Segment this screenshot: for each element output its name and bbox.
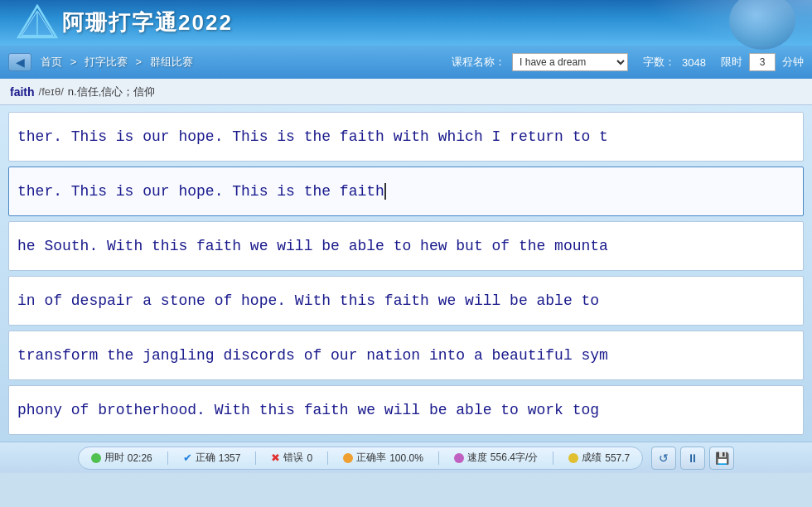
control-buttons: ↺ ⏸ 💾 xyxy=(651,447,734,470)
back-icon: ◀ xyxy=(16,56,25,69)
divider3 xyxy=(327,451,328,465)
text-row-2[interactable]: ther. This is our hope. This is the fait… xyxy=(8,167,804,216)
time-label: 用时 xyxy=(104,451,124,465)
divider1 xyxy=(167,451,168,465)
error-label: 错误 xyxy=(283,451,303,465)
text-row-3: he South. With this faith we will be abl… xyxy=(8,221,804,271)
breadcrumb-home[interactable]: 首页 xyxy=(41,56,62,68)
accuracy-label: 正确率 xyxy=(356,451,386,465)
time-dot xyxy=(91,453,101,463)
breadcrumb-typing-contest[interactable]: 打字比赛 xyxy=(85,56,128,68)
app-header: 阿珊打字通2022 xyxy=(0,0,812,46)
word-phonetic: /feɪθ/ xyxy=(39,85,64,98)
status-bar: 用时 02:26 ✔ 正确 1357 ✖ 错误 0 正确率 100.0% 速度 … xyxy=(0,442,812,473)
word-count-label: 字数： xyxy=(643,55,675,70)
text-row-1: ther. This is our hope. This is the fait… xyxy=(8,112,804,162)
word-meaning: 信任,信心；信仰 xyxy=(77,84,156,99)
app-logo xyxy=(12,4,62,41)
correct-label: 正确 xyxy=(196,451,215,465)
text-row-6: phony of brotherhood. With this faith we… xyxy=(8,385,804,435)
text-row-5: transform the jangling discords of our n… xyxy=(8,331,804,380)
time-unit-label: 分钟 xyxy=(782,55,804,70)
word-pos: n. xyxy=(68,85,77,98)
row2-typed: ther. This is our hope. This is the fait… xyxy=(17,181,384,203)
row4-text: in of despair a stone of hope. With this… xyxy=(17,290,599,312)
speed-label: 速度 xyxy=(467,451,487,465)
status-accuracy: 正确率 100.0% xyxy=(343,451,423,465)
nav-right: 课程名称： I have a dream 字数： 3048 限时 分钟 xyxy=(452,53,804,71)
word-english: faith xyxy=(10,85,35,99)
header-decoration xyxy=(646,0,812,46)
accuracy-dot xyxy=(343,453,353,463)
divider5 xyxy=(553,451,553,465)
breadcrumb-sep1: > xyxy=(70,56,77,68)
divider2 xyxy=(255,451,256,465)
breadcrumb-group-contest[interactable]: 群组比赛 xyxy=(150,56,193,68)
time-value: 02:26 xyxy=(128,452,152,464)
save-button[interactable]: 💾 xyxy=(709,447,734,470)
course-select[interactable]: I have a dream xyxy=(512,53,628,71)
speed-value: 556.4字/分 xyxy=(491,451,538,465)
divider4 xyxy=(438,451,439,465)
accuracy-value: 100.0% xyxy=(389,452,423,464)
correct-value: 1357 xyxy=(219,452,241,464)
time-limit-input[interactable] xyxy=(749,53,776,71)
row5-text: transform the jangling discords of our n… xyxy=(17,345,608,367)
row3-text: he South. With this faith we will be abl… xyxy=(17,235,608,258)
word-hint-bar: faith /feɪθ/ n. 信任,信心；信仰 xyxy=(0,79,812,105)
app-title: 阿珊打字通2022 xyxy=(62,8,233,37)
breadcrumb: 首页 > 打字比赛 > 群组比赛 xyxy=(38,55,196,70)
error-value: 0 xyxy=(307,452,312,464)
x-icon: ✖ xyxy=(271,451,280,464)
time-limit-label: 限时 xyxy=(721,55,742,70)
status-pill: 用时 02:26 ✔ 正确 1357 ✖ 错误 0 正确率 100.0% 速度 … xyxy=(78,447,644,470)
status-correct: ✔ 正确 1357 xyxy=(183,451,241,465)
typing-area: ther. This is our hope. This is the fait… xyxy=(0,105,812,442)
back-button[interactable]: ◀ xyxy=(8,53,31,71)
score-value: 557.7 xyxy=(605,452,630,464)
course-label: 课程名称： xyxy=(452,55,505,70)
text-row-4: in of despair a stone of hope. With this… xyxy=(8,276,804,326)
score-dot xyxy=(568,453,578,463)
restart-button[interactable]: ↺ xyxy=(651,447,676,470)
navbar: ◀ 首页 > 打字比赛 > 群组比赛 课程名称： I have a dream … xyxy=(0,46,812,79)
status-error: ✖ 错误 0 xyxy=(271,451,312,465)
status-speed: 速度 556.4字/分 xyxy=(454,451,538,465)
check-icon: ✔ xyxy=(183,451,192,464)
breadcrumb-sep2: > xyxy=(135,56,142,68)
text-cursor xyxy=(384,183,386,200)
status-score: 成绩 557.7 xyxy=(568,451,630,465)
word-count-value: 3048 xyxy=(682,56,706,69)
pause-button[interactable]: ⏸ xyxy=(680,447,705,470)
row1-text: ther. This is our hope. This is the fait… xyxy=(17,126,608,148)
row6-text: phony of brotherhood. With this faith we… xyxy=(17,399,599,422)
status-time: 用时 02:26 xyxy=(91,451,152,465)
speed-dot xyxy=(454,453,464,463)
score-label: 成绩 xyxy=(582,451,602,465)
